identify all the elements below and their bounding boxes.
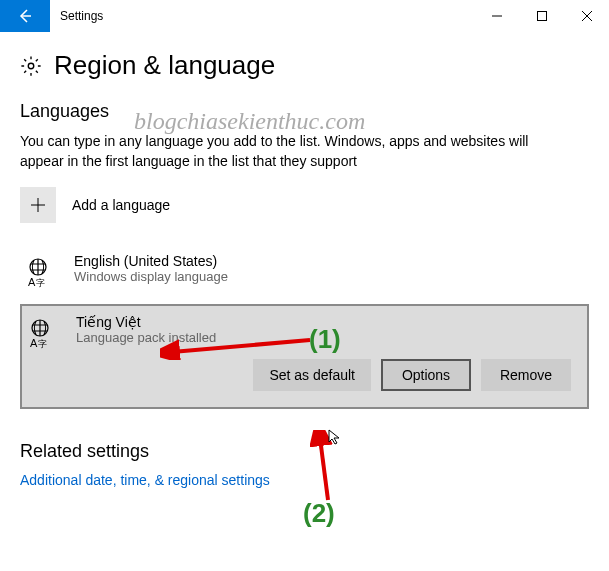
language-icon: A字 bbox=[28, 317, 62, 351]
gear-icon bbox=[20, 55, 42, 77]
svg-text:字: 字 bbox=[36, 278, 45, 288]
languages-section-label: Languages bbox=[20, 101, 589, 122]
window-controls bbox=[474, 0, 609, 32]
additional-settings-link[interactable]: Additional date, time, & regional settin… bbox=[20, 472, 589, 488]
page-title: Region & language bbox=[54, 50, 275, 81]
language-name: Tiếng Việt bbox=[76, 314, 581, 330]
svg-text:A: A bbox=[28, 276, 36, 288]
language-name: English (United States) bbox=[74, 253, 583, 269]
add-language-button[interactable]: Add a language bbox=[20, 187, 589, 223]
svg-rect-1 bbox=[537, 12, 546, 21]
svg-text:A: A bbox=[30, 337, 38, 349]
related-settings-title: Related settings bbox=[20, 441, 589, 462]
language-item[interactable]: A字 English (United States) Windows displ… bbox=[20, 245, 589, 298]
options-button[interactable]: Options bbox=[381, 359, 471, 391]
remove-button[interactable]: Remove bbox=[481, 359, 571, 391]
page-header: Region & language bbox=[20, 50, 589, 81]
maximize-button[interactable] bbox=[519, 0, 564, 32]
language-subtitle: Windows display language bbox=[74, 269, 583, 284]
language-item-selected[interactable]: A字 Tiếng Việt Language pack installed Se… bbox=[20, 304, 589, 409]
languages-description: You can type in any language you add to … bbox=[20, 132, 540, 171]
window-title: Settings bbox=[50, 9, 474, 23]
language-subtitle: Language pack installed bbox=[76, 330, 581, 345]
arrow-left-icon bbox=[17, 8, 33, 24]
svg-point-4 bbox=[28, 63, 34, 69]
add-language-label: Add a language bbox=[72, 197, 170, 213]
close-button[interactable] bbox=[564, 0, 609, 32]
minimize-button[interactable] bbox=[474, 0, 519, 32]
language-icon: A字 bbox=[26, 256, 60, 290]
back-button[interactable] bbox=[0, 0, 50, 32]
svg-text:字: 字 bbox=[38, 339, 47, 349]
set-default-button[interactable]: Set as default bbox=[253, 359, 371, 391]
plus-icon bbox=[20, 187, 56, 223]
titlebar: Settings bbox=[0, 0, 609, 32]
